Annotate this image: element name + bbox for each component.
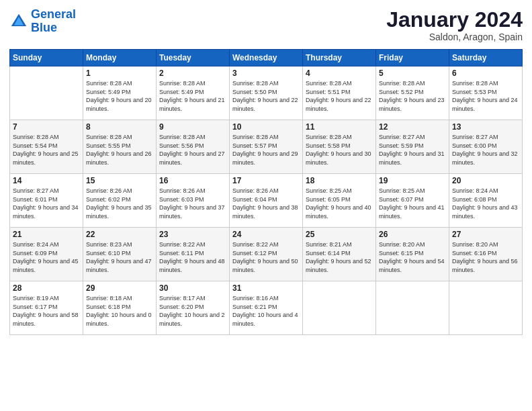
calendar-week-row: 21Sunrise: 8:24 AMSunset: 6:09 PMDayligh… — [10, 228, 523, 281]
location-subtitle: Saldon, Aragon, Spain — [386, 32, 523, 42]
calendar-day-cell: 4Sunrise: 8:28 AMSunset: 5:51 PMDaylight… — [303, 66, 376, 120]
day-number: 20 — [452, 176, 519, 185]
day-number: 15 — [86, 176, 153, 185]
calendar-day-cell: 3Sunrise: 8:28 AMSunset: 5:50 PMDaylight… — [230, 66, 303, 120]
calendar-table: SundayMondayTuesdayWednesdayThursdayFrid… — [9, 49, 523, 335]
calendar-day-cell: 30Sunrise: 8:17 AMSunset: 6:20 PMDayligh… — [157, 281, 230, 335]
day-number: 31 — [232, 283, 300, 293]
logo: General Blue — [9, 8, 76, 35]
calendar-day-cell: 24Sunrise: 8:22 AMSunset: 6:12 PMDayligh… — [230, 228, 303, 281]
calendar-day-cell: 31Sunrise: 8:16 AMSunset: 6:21 PMDayligh… — [230, 281, 303, 335]
calendar-day-cell: 13Sunrise: 8:27 AMSunset: 6:00 PMDayligh… — [449, 120, 523, 174]
day-info: Sunrise: 8:25 AMSunset: 6:07 PMDaylight:… — [379, 187, 446, 220]
day-info: Sunrise: 8:26 AMSunset: 6:04 PMDaylight:… — [232, 187, 300, 220]
calendar-day-cell: 29Sunrise: 8:18 AMSunset: 6:18 PMDayligh… — [83, 281, 157, 335]
calendar-day-cell — [10, 66, 83, 120]
logo-blue: Blue — [31, 21, 57, 34]
day-number: 24 — [232, 230, 300, 239]
calendar-day-cell: 6Sunrise: 8:28 AMSunset: 5:53 PMDaylight… — [449, 66, 523, 120]
day-info: Sunrise: 8:28 AMSunset: 5:54 PMDaylight:… — [13, 133, 80, 167]
day-number: 1 — [86, 68, 153, 78]
day-number: 23 — [159, 230, 226, 239]
calendar-day-cell: 18Sunrise: 8:25 AMSunset: 6:05 PMDayligh… — [303, 174, 376, 228]
day-number: 18 — [306, 176, 373, 185]
day-number: 6 — [452, 68, 519, 78]
calendar-day-cell: 16Sunrise: 8:26 AMSunset: 6:03 PMDayligh… — [157, 174, 230, 228]
title-block: January 2024 Saldon, Aragon, Spain — [386, 8, 523, 42]
day-info: Sunrise: 8:28 AMSunset: 5:53 PMDaylight:… — [452, 79, 519, 113]
logo-general: General — [31, 7, 76, 21]
day-number: 25 — [306, 230, 373, 239]
day-number: 26 — [379, 230, 446, 239]
calendar-day-cell: 11Sunrise: 8:28 AMSunset: 5:58 PMDayligh… — [303, 120, 376, 174]
day-info: Sunrise: 8:22 AMSunset: 6:12 PMDaylight:… — [232, 240, 300, 274]
calendar-day-cell: 22Sunrise: 8:23 AMSunset: 6:10 PMDayligh… — [83, 228, 157, 281]
calendar-day-cell: 27Sunrise: 8:20 AMSunset: 6:16 PMDayligh… — [449, 228, 523, 281]
calendar-day-cell: 5Sunrise: 8:28 AMSunset: 5:52 PMDaylight… — [376, 66, 449, 120]
calendar-day-cell — [449, 281, 523, 335]
day-info: Sunrise: 8:20 AMSunset: 6:15 PMDaylight:… — [379, 240, 446, 274]
day-info: Sunrise: 8:20 AMSunset: 6:16 PMDaylight:… — [452, 240, 519, 274]
day-number: 16 — [159, 176, 226, 185]
calendar-week-row: 14Sunrise: 8:27 AMSunset: 6:01 PMDayligh… — [10, 174, 523, 228]
weekday-header-friday: Friday — [376, 50, 449, 66]
day-info: Sunrise: 8:28 AMSunset: 5:56 PMDaylight:… — [159, 133, 226, 167]
day-info: Sunrise: 8:19 AMSunset: 6:17 PMDaylight:… — [13, 294, 80, 328]
calendar-day-cell: 1Sunrise: 8:28 AMSunset: 5:49 PMDaylight… — [83, 66, 157, 120]
calendar-day-cell: 28Sunrise: 8:19 AMSunset: 6:17 PMDayligh… — [10, 281, 83, 335]
day-info: Sunrise: 8:28 AMSunset: 5:51 PMDaylight:… — [306, 79, 373, 113]
day-info: Sunrise: 8:28 AMSunset: 5:58 PMDaylight:… — [306, 133, 373, 167]
day-number: 9 — [159, 122, 226, 132]
day-info: Sunrise: 8:17 AMSunset: 6:20 PMDaylight:… — [159, 294, 226, 328]
day-number: 27 — [452, 230, 519, 239]
calendar-day-cell — [376, 281, 449, 335]
day-info: Sunrise: 8:16 AMSunset: 6:21 PMDaylight:… — [232, 294, 300, 328]
month-title: January 2024 — [386, 8, 523, 32]
weekday-header-tuesday: Tuesday — [157, 50, 230, 66]
day-info: Sunrise: 8:28 AMSunset: 5:57 PMDaylight:… — [232, 133, 300, 167]
logo-icon — [9, 12, 28, 31]
day-number: 14 — [13, 176, 80, 185]
calendar-week-row: 1Sunrise: 8:28 AMSunset: 5:49 PMDaylight… — [10, 66, 523, 120]
header: General Blue January 2024 Saldon, Aragon… — [9, 8, 523, 42]
day-info: Sunrise: 8:23 AMSunset: 6:10 PMDaylight:… — [86, 240, 153, 274]
day-info: Sunrise: 8:27 AMSunset: 6:00 PMDaylight:… — [452, 133, 519, 167]
calendar-day-cell: 12Sunrise: 8:27 AMSunset: 5:59 PMDayligh… — [376, 120, 449, 174]
calendar-day-cell: 21Sunrise: 8:24 AMSunset: 6:09 PMDayligh… — [10, 228, 83, 281]
calendar-day-cell: 19Sunrise: 8:25 AMSunset: 6:07 PMDayligh… — [376, 174, 449, 228]
logo-text: General Blue — [31, 8, 76, 35]
day-info: Sunrise: 8:28 AMSunset: 5:50 PMDaylight:… — [232, 79, 300, 113]
day-number: 11 — [306, 122, 373, 132]
calendar-day-cell: 2Sunrise: 8:28 AMSunset: 5:49 PMDaylight… — [157, 66, 230, 120]
day-number: 17 — [232, 176, 300, 185]
day-number: 28 — [13, 283, 80, 293]
weekday-header-row: SundayMondayTuesdayWednesdayThursdayFrid… — [10, 50, 523, 66]
day-number: 8 — [86, 122, 153, 132]
weekday-header-saturday: Saturday — [449, 50, 523, 66]
day-number: 2 — [159, 68, 226, 78]
day-number: 5 — [379, 68, 446, 78]
weekday-header-sunday: Sunday — [10, 50, 83, 66]
day-info: Sunrise: 8:26 AMSunset: 6:03 PMDaylight:… — [159, 187, 226, 220]
day-info: Sunrise: 8:28 AMSunset: 5:52 PMDaylight:… — [379, 79, 446, 113]
day-info: Sunrise: 8:21 AMSunset: 6:14 PMDaylight:… — [306, 240, 373, 274]
day-info: Sunrise: 8:26 AMSunset: 6:02 PMDaylight:… — [86, 187, 153, 220]
day-info: Sunrise: 8:28 AMSunset: 5:55 PMDaylight:… — [86, 133, 153, 167]
day-info: Sunrise: 8:28 AMSunset: 5:49 PMDaylight:… — [159, 79, 226, 113]
calendar-day-cell — [303, 281, 376, 335]
day-info: Sunrise: 8:27 AMSunset: 5:59 PMDaylight:… — [379, 133, 446, 167]
day-number: 7 — [13, 122, 80, 132]
calendar-day-cell: 23Sunrise: 8:22 AMSunset: 6:11 PMDayligh… — [157, 228, 230, 281]
day-number: 29 — [86, 283, 153, 293]
calendar-day-cell: 9Sunrise: 8:28 AMSunset: 5:56 PMDaylight… — [157, 120, 230, 174]
day-number: 21 — [13, 230, 80, 239]
day-info: Sunrise: 8:27 AMSunset: 6:01 PMDaylight:… — [13, 187, 80, 220]
day-number: 13 — [452, 122, 519, 132]
calendar-week-row: 28Sunrise: 8:19 AMSunset: 6:17 PMDayligh… — [10, 281, 523, 335]
day-info: Sunrise: 8:24 AMSunset: 6:08 PMDaylight:… — [452, 187, 519, 220]
weekday-header-thursday: Thursday — [303, 50, 376, 66]
calendar-week-row: 7Sunrise: 8:28 AMSunset: 5:54 PMDaylight… — [10, 120, 523, 174]
calendar-day-cell: 7Sunrise: 8:28 AMSunset: 5:54 PMDaylight… — [10, 120, 83, 174]
day-info: Sunrise: 8:24 AMSunset: 6:09 PMDaylight:… — [13, 240, 80, 274]
day-info: Sunrise: 8:28 AMSunset: 5:49 PMDaylight:… — [86, 79, 153, 113]
